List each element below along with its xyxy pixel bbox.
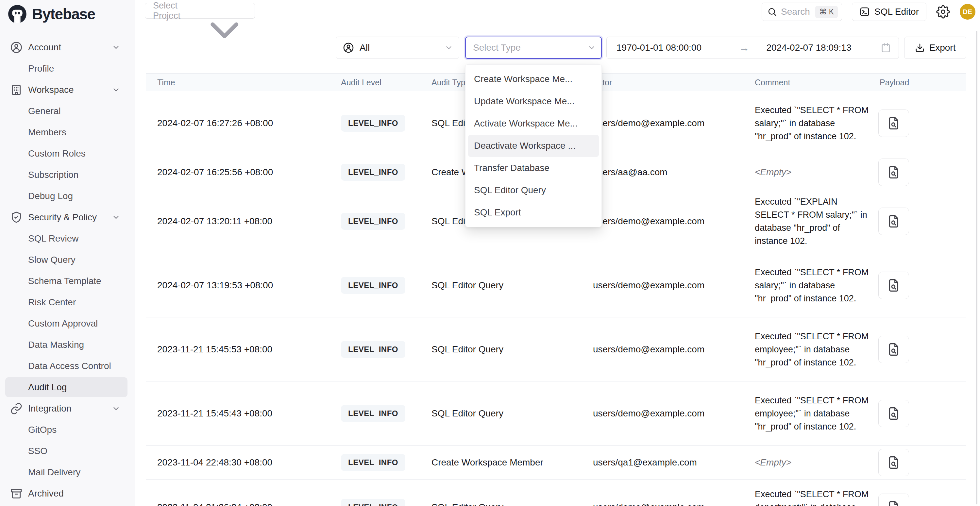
- sidebar-item-integration[interactable]: Integration: [0, 398, 135, 419]
- level-badge: LEVEL_INFO: [341, 499, 405, 506]
- date-to-value[interactable]: 2024-02-07 18:09:13: [767, 43, 881, 53]
- sidebar-item-archived[interactable]: Archived: [0, 483, 135, 504]
- cell-payload: [878, 382, 944, 445]
- audit-type-value: SQL Editor Query: [431, 502, 503, 506]
- cell-audit-type: SQL Editor Query: [431, 382, 585, 445]
- actor-filter-select[interactable]: All: [336, 37, 459, 59]
- sidebar-item-slow-query[interactable]: Slow Query: [0, 249, 135, 271]
- type-menu-item-sql-export[interactable]: SQL Export: [466, 201, 601, 224]
- type-menu-item-transfer-database[interactable]: Transfer Database: [466, 157, 601, 179]
- sidebar-item-label: Custom Approval: [28, 318, 98, 329]
- sidebar-item-label: Data Access Control: [28, 361, 111, 371]
- shield-check-icon: [10, 211, 23, 224]
- sidebar-item-profile[interactable]: Profile: [0, 58, 135, 79]
- cell-audit-type: SQL Editor Query: [431, 317, 585, 381]
- payload-view-button[interactable]: [878, 449, 909, 476]
- cell-audit-level: LEVEL_INFO: [341, 317, 423, 381]
- file-search-icon: [886, 165, 901, 180]
- sidebar-item-data-masking[interactable]: Data Masking: [0, 334, 135, 355]
- project-select-placeholder: Select Project: [153, 1, 201, 21]
- audit-type-value: SQL Editor Query: [431, 408, 503, 419]
- cell-comment: Executed `"SELECT * FROM employee;"` in …: [755, 317, 870, 381]
- sidebar-item-subscription[interactable]: Subscription: [0, 164, 135, 185]
- payload-view-button[interactable]: [878, 110, 909, 137]
- cell-comment: <Empty>: [755, 446, 870, 479]
- sidebar-item-label: Slow Query: [28, 255, 75, 265]
- payload-view-button[interactable]: [878, 272, 909, 299]
- project-select[interactable]: Select Project: [145, 3, 255, 19]
- sidebar-item-label: Risk Center: [28, 297, 76, 307]
- type-filter-select[interactable]: Select Type: [465, 37, 602, 59]
- export-button[interactable]: Export: [904, 37, 966, 59]
- gear-icon[interactable]: [936, 5, 950, 19]
- comment-value: Executed `"SELECT * FROM employee;"` in …: [755, 330, 870, 369]
- sidebar-item-custom-approval[interactable]: Custom Approval: [0, 313, 135, 334]
- building-icon: [10, 83, 23, 96]
- payload-view-button[interactable]: [878, 336, 909, 363]
- type-menu-item-sql-editor-query[interactable]: SQL Editor Query: [466, 179, 601, 201]
- type-menu-item-deactivate-workspace[interactable]: Deactivate Workspace ...: [468, 135, 599, 157]
- table-row: 2023-11-21 15:45:43 +08:00LEVEL_INFOSQL …: [146, 382, 966, 446]
- cell-audit-level: LEVEL_INFO: [341, 91, 423, 155]
- avatar[interactable]: DE: [960, 4, 975, 20]
- sidebar-item-sql-review[interactable]: SQL Review: [0, 228, 135, 249]
- cell-payload: [878, 446, 944, 479]
- cell-time: 2023-11-21 15:45:43 +08:00: [157, 382, 334, 445]
- sidebar-item-audit-log[interactable]: Audit Log: [0, 377, 135, 398]
- sidebar-item-members[interactable]: Members: [0, 122, 135, 143]
- topbar-actions: Search ⌘ K SQL Editor DE: [762, 3, 975, 21]
- bytebase-logo[interactable]: Bytebase: [8, 5, 95, 24]
- search-input[interactable]: Search ⌘ K: [762, 3, 842, 21]
- cell-payload: [878, 155, 944, 189]
- sidebar-item-data-access-control[interactable]: Data Access Control: [0, 355, 135, 377]
- table-row: 2023-11-21 15:45:53 +08:00LEVEL_INFOSQL …: [146, 317, 966, 382]
- cell-comment: <Empty>: [755, 155, 870, 189]
- type-menu-item-activate-workspace-me[interactable]: Activate Workspace Me...: [466, 113, 601, 135]
- sidebar-item-schema-template[interactable]: Schema Template: [0, 271, 135, 291]
- sidebar-item-label: Integration: [28, 403, 71, 414]
- audit-type-value: Create Workspace Member: [431, 457, 543, 468]
- sidebar-item-label: SQL Review: [28, 233, 79, 244]
- sidebar-item-custom-roles[interactable]: Custom Roles: [0, 143, 135, 164]
- sidebar-item-gitops[interactable]: GitOps: [0, 419, 135, 440]
- cell-time: 2023-11-21 15:45:53 +08:00: [157, 317, 334, 381]
- payload-view-button[interactable]: [878, 493, 909, 506]
- cell-comment: Executed `"SELECT * FROM salary;"` in da…: [755, 253, 870, 317]
- sidebar-item-label: Schema Template: [28, 276, 101, 286]
- sidebar-item-risk-center[interactable]: Risk Center: [0, 291, 135, 313]
- comment-value: Executed `"SELECT * FROM department;"` i…: [755, 488, 870, 506]
- export-label: Export: [929, 43, 956, 53]
- file-search-icon: [886, 214, 901, 229]
- sidebar-item-security-policy[interactable]: Security & Policy: [0, 207, 135, 228]
- chevron-down-icon: [112, 213, 120, 222]
- sql-editor-label: SQL Editor: [874, 6, 919, 17]
- cell-payload: [878, 253, 944, 317]
- audit-type-value: SQL Editor Query: [431, 344, 503, 355]
- sidebar-item-general[interactable]: General: [0, 100, 135, 122]
- payload-view-button[interactable]: [878, 159, 909, 186]
- payload-view-button[interactable]: [878, 400, 909, 427]
- date-from-value[interactable]: 1970-01-01 08:00:00: [617, 43, 730, 53]
- type-menu-item-create-workspace-me[interactable]: Create Workspace Me...: [466, 68, 601, 90]
- sidebar-item-workspace[interactable]: Workspace: [0, 79, 135, 100]
- sidebar-item-sso[interactable]: SSO: [0, 440, 135, 461]
- type-menu-item-update-workspace-me[interactable]: Update Workspace Me...: [466, 90, 601, 113]
- page-scrollbar[interactable]: [976, 31, 977, 504]
- sidebar-item-label: Subscription: [28, 170, 78, 180]
- date-range-picker[interactable]: 1970-01-01 08:00:00 → 2024-02-07 18:09:1…: [606, 37, 899, 59]
- sidebar-item-mail-delivery[interactable]: Mail Delivery: [0, 461, 135, 483]
- sql-editor-button[interactable]: SQL Editor: [852, 3, 926, 21]
- cell-payload: [878, 317, 944, 381]
- sidebar: Bytebase AccountProfileWorkspaceGeneralM…: [0, 0, 135, 506]
- cell-actor: users/aa@aa.com: [593, 155, 747, 189]
- time-value: 2024-02-07 16:25:56 +08:00: [157, 167, 273, 178]
- cell-audit-level: LEVEL_INFO: [341, 189, 423, 253]
- column-header-payload: Payload: [880, 73, 909, 91]
- sidebar-item-label: GitOps: [28, 425, 57, 435]
- terminal-icon: [859, 6, 870, 17]
- level-badge: LEVEL_INFO: [341, 164, 405, 181]
- sidebar-item-debug-log[interactable]: Debug Log: [0, 185, 135, 207]
- chevron-down-icon: [112, 404, 120, 413]
- payload-view-button[interactable]: [878, 208, 909, 235]
- sidebar-item-label: General: [28, 106, 61, 116]
